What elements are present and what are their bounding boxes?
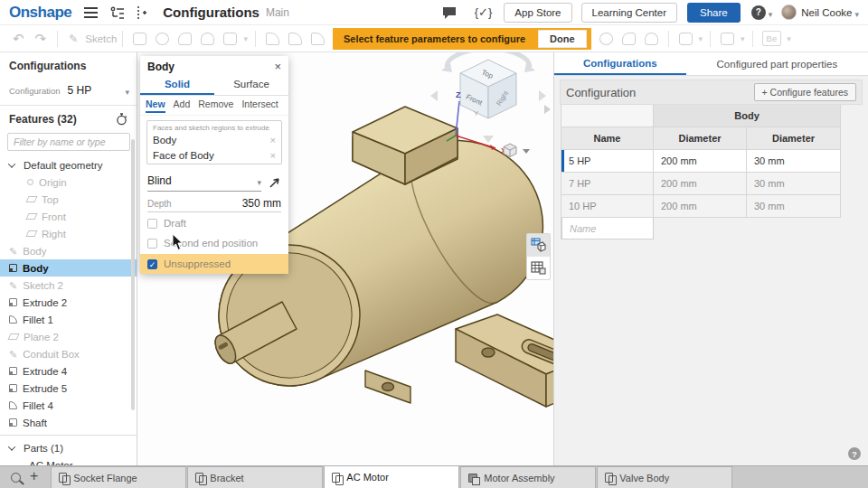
hamburger-menu-icon[interactable] — [84, 7, 98, 18]
chamfer-tool-icon[interactable] — [288, 33, 302, 45]
user-caret-icon[interactable] — [852, 5, 859, 21]
sketch-button[interactable]: Sketch — [85, 33, 117, 44]
sketch-icon[interactable]: ✎ — [69, 33, 78, 45]
comment-icon[interactable] — [442, 6, 457, 19]
table-row[interactable]: 10 HP 200 mm 30 mm — [561, 195, 841, 218]
tool-caret-icon[interactable]: ▾ — [243, 34, 248, 43]
remove-selection-icon[interactable]: × — [270, 135, 276, 145]
checkbox-icon[interactable] — [147, 239, 157, 249]
feature-item-origin[interactable]: Origin — [0, 174, 137, 191]
custom-feature-icon[interactable]: Be — [762, 31, 782, 46]
app-store-button[interactable]: App Store — [504, 3, 571, 23]
draft-tool-icon[interactable] — [311, 33, 325, 45]
feature-item-shaft[interactable]: Shaft — [0, 414, 137, 431]
sheet-metal-tool-icon[interactable] — [679, 33, 693, 45]
configured-features-icon[interactable] — [527, 234, 550, 257]
feature-item-extrude-4[interactable]: Extrude 4 — [0, 362, 137, 380]
collapse-panel-arrow-icon[interactable] — [544, 105, 551, 114]
configuration-table-icon[interactable] — [527, 257, 550, 279]
fillet-tool-icon[interactable] — [266, 33, 279, 45]
share-button[interactable]: Share — [687, 3, 741, 23]
part-item-ac-motor[interactable]: AC Motor — [0, 456, 137, 465]
chevron-down-icon[interactable] — [8, 443, 15, 450]
close-icon[interactable]: × — [274, 62, 281, 71]
tab-solid[interactable]: Solid — [140, 76, 214, 95]
thicken-tool-icon[interactable] — [223, 33, 237, 45]
feature-item-conduit-box[interactable]: ✎Conduit Box — [0, 345, 137, 362]
tab-motor-assembly[interactable]: Motor Assembly — [460, 466, 596, 488]
view-options-icon[interactable] — [504, 144, 530, 157]
end-type-dropdown[interactable]: Blind — [147, 173, 261, 192]
table-row[interactable]: 5 HP 200 mm 30 mm — [561, 150, 841, 173]
op-new[interactable]: New — [146, 99, 165, 113]
avatar[interactable] — [781, 5, 797, 20]
tab-surface[interactable]: Surface — [214, 76, 288, 95]
regenerate-icon[interactable] — [116, 113, 127, 126]
second-end-checkbox[interactable]: Second end position — [140, 234, 288, 252]
unsuppressed-checkbox[interactable]: Unsuppressed — [140, 254, 288, 274]
tab-socket-flange[interactable]: Socket Flange — [51, 466, 186, 488]
parts-group[interactable]: Parts (1) — [0, 439, 137, 456]
undo-icon[interactable]: ↶ — [13, 31, 24, 47]
shell-tool-icon[interactable] — [645, 33, 658, 45]
insert-icon[interactable] — [136, 5, 146, 20]
feature-item-fillet-1[interactable]: Fillet 1 — [0, 311, 137, 328]
redo-icon[interactable]: ↷ — [35, 31, 47, 47]
help-icon[interactable]: ? — [751, 5, 766, 20]
table-row[interactable]: 7 HP 200 mm 30 mm — [561, 173, 841, 195]
workspace-name[interactable]: Main — [266, 6, 289, 19]
feature-item-default-geometry[interactable]: Default geometry — [0, 156, 137, 174]
help-caret-icon[interactable] — [766, 5, 773, 21]
tab-configured-part-properties[interactable]: Configured part properties — [686, 52, 868, 75]
feature-item-sketch-2[interactable]: ✎Sketch 2 — [0, 277, 137, 294]
tab-ac-motor[interactable]: AC Motor — [324, 465, 459, 488]
help-icon[interactable]: ? — [848, 447, 861, 460]
delete-face-tool-icon[interactable] — [599, 33, 613, 45]
feature-item-body-sketch[interactable]: ✎Body — [0, 242, 137, 259]
versions-icon[interactable] — [110, 6, 125, 19]
add-tab-icon[interactable]: + — [30, 470, 38, 483]
user-menu[interactable]: Neil Cooke — [801, 7, 852, 18]
op-remove[interactable]: Remove — [198, 99, 233, 113]
feature-item-extrude-5[interactable]: Extrude 5 — [0, 380, 137, 397]
depth-field[interactable]: Depth 350 mm — [147, 197, 281, 212]
feature-item-top[interactable]: Top — [0, 191, 137, 208]
feature-item-right[interactable]: Right — [0, 225, 137, 242]
revolve-tool-icon[interactable] — [156, 33, 169, 45]
op-add[interactable]: Add — [174, 99, 191, 113]
feature-filter-input[interactable] — [7, 133, 130, 151]
sheet-metal-caret-icon[interactable]: ▾ — [699, 34, 703, 43]
feature-item-fillet-4[interactable]: Fillet 4 — [0, 397, 137, 414]
tab-manager-icon[interactable] — [11, 473, 21, 483]
configuration-value[interactable]: 5 HP — [68, 84, 123, 97]
configuration-selector[interactable]: Configuration 5 HP — [0, 78, 137, 106]
op-intersect[interactable]: Intersect — [241, 99, 278, 113]
new-configuration-name-input[interactable] — [561, 218, 654, 239]
sweep-tool-icon[interactable] — [178, 33, 192, 45]
flip-direction-icon[interactable] — [269, 176, 281, 189]
selection-item[interactable]: Face of Body× — [147, 148, 281, 164]
exploded-caret-icon[interactable]: ▾ — [741, 34, 745, 43]
extrude-tool-icon[interactable] — [133, 33, 146, 45]
learning-center-button[interactable]: Learning Center — [581, 3, 677, 23]
draft-checkbox[interactable]: Draft — [140, 214, 288, 232]
feature-item-extrude-2[interactable]: Extrude 2 — [0, 294, 137, 311]
remove-selection-icon[interactable]: × — [270, 150, 276, 161]
featurescript-icon[interactable]: {✓} — [475, 5, 493, 19]
done-button[interactable]: Done — [538, 30, 587, 48]
tab-bracket[interactable]: Bracket — [187, 466, 323, 488]
configuration-caret-icon[interactable] — [122, 82, 129, 99]
chevron-down-icon[interactable] — [8, 160, 15, 167]
checkbox-checked-icon[interactable] — [147, 259, 157, 269]
left-panel-scrollbar[interactable] — [131, 139, 135, 410]
tab-configurations[interactable]: Configurations — [554, 52, 686, 75]
feature-item-body-extrude[interactable]: Body — [0, 259, 137, 277]
feature-item-plane-2[interactable]: Plane 2 — [0, 328, 137, 345]
selection-item[interactable]: Body× — [147, 133, 281, 148]
feature-item-front[interactable]: Front — [0, 208, 137, 225]
configure-features-button[interactable]: + Configure features — [754, 83, 856, 101]
checkbox-icon[interactable] — [147, 219, 157, 229]
tab-valve-body[interactable]: Valve Body — [597, 466, 732, 488]
loft-tool-icon[interactable] — [201, 33, 214, 45]
move-face-tool-icon[interactable] — [622, 33, 636, 45]
